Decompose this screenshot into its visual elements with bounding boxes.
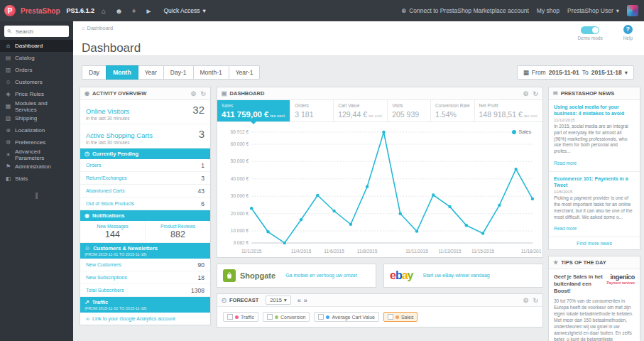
ingenico-name: ingenico bbox=[607, 274, 635, 281]
kpi-net-profit[interactable]: Net Profit 148 918,51 €tax excl. bbox=[475, 100, 543, 121]
year-select[interactable]: 2015 ▾ bbox=[266, 296, 290, 305]
period-day-1-button[interactable]: Day-1 bbox=[163, 65, 194, 80]
date-range-picker[interactable]: ▦ From 2015-11-01 To 2015-11-18 ▾ bbox=[517, 65, 634, 80]
quick-access-menu[interactable]: Quick Access ▾ bbox=[159, 7, 209, 14]
legend-chip-average-cart-value[interactable]: Average Cart Value bbox=[314, 312, 378, 322]
kpi-orders[interactable]: Orders 3 181 bbox=[290, 100, 334, 121]
sidebar-item-label: Preferences bbox=[15, 139, 45, 146]
period-year-1-button[interactable]: Year-1 bbox=[229, 65, 261, 80]
ebay-letter: b bbox=[395, 269, 402, 281]
next-year-button[interactable]: » bbox=[304, 297, 307, 304]
notifications-header: ◉ Notifications bbox=[80, 210, 210, 221]
svg-text:66 912 €: 66 912 € bbox=[231, 129, 249, 134]
legend-chip-sales[interactable]: Sales bbox=[383, 312, 418, 322]
add-button[interactable]: + bbox=[130, 7, 138, 15]
kpi-conversion-rate[interactable]: Conversion Rate 1.54% bbox=[431, 100, 474, 121]
sidebar-item-dashboard[interactable]: ⌂ Dashboard bbox=[0, 40, 73, 52]
user-menu[interactable]: PrestaShop User ▾ bbox=[567, 7, 619, 14]
period-year-button[interactable]: Year bbox=[138, 65, 164, 80]
prestashop-logo-icon: P bbox=[4, 5, 16, 16]
pending-returns-link[interactable]: Return/Exchanges bbox=[86, 175, 127, 180]
search-input[interactable] bbox=[14, 28, 66, 36]
sidebar-item-orders[interactable]: ▥ Orders bbox=[0, 64, 73, 76]
globe-icon: ⊕ bbox=[401, 7, 406, 14]
news-title-link[interactable]: Using social media for your business: 4 … bbox=[554, 104, 635, 117]
pending-row: Orders 1 bbox=[80, 159, 210, 172]
brand-name: PrestaShop bbox=[21, 7, 60, 15]
legend-chip-traffic[interactable]: Traffic bbox=[223, 312, 258, 322]
customers-icon: ☺ bbox=[5, 79, 11, 85]
pending-row: Return/Exchanges 3 bbox=[80, 172, 210, 185]
settings-button[interactable]: ⚙ bbox=[523, 297, 528, 304]
help-button[interactable]: ? bbox=[623, 25, 633, 34]
new-messages-cell[interactable]: New Messages 144 bbox=[80, 221, 145, 242]
prev-year-button[interactable]: « bbox=[298, 297, 301, 304]
read-more-link[interactable]: Read more bbox=[554, 161, 577, 166]
page-header: ⌂ Dashboard Dashboard Demo mode ? Help bbox=[73, 21, 644, 56]
legend-chip-label: Average Cart Value bbox=[332, 315, 374, 320]
new-customers-link[interactable]: New Customers bbox=[86, 262, 121, 267]
news-excerpt: In 2015, social media are an integral pa… bbox=[554, 124, 635, 155]
sales-chart: 66 912 €60 000 €50 000 €40 000 €30 000 €… bbox=[219, 125, 541, 257]
sidebar-item-shipping[interactable]: ▧ Shipping bbox=[0, 112, 73, 124]
news-title-link[interactable]: Ecommerce 101: Payments in a Tweet bbox=[554, 175, 635, 188]
new-subscriptions-link[interactable]: New Subscriptions bbox=[86, 275, 127, 280]
demo-mode-toggle[interactable] bbox=[581, 26, 599, 34]
google-analytics-link[interactable]: ∞ Link to your Google Analytics account bbox=[80, 313, 210, 325]
my-shop-link[interactable]: My shop bbox=[537, 7, 560, 14]
online-visitors-link[interactable]: Online Visitors bbox=[86, 107, 129, 115]
settings-button[interactable]: ⚙ bbox=[523, 90, 528, 97]
store-button[interactable]: ⌂ bbox=[99, 7, 108, 15]
total-subscribers-link[interactable]: Total Subscribers bbox=[86, 288, 124, 293]
topbar-left: P PrestaShop PS1.6.1.2 ⌂ ☻ + ► Quick Acc… bbox=[4, 5, 210, 16]
employee-button[interactable]: ☻ bbox=[113, 7, 125, 15]
sidebar-item-label: Customers bbox=[15, 79, 43, 85]
sidebar-item-administration[interactable]: ⚑ Administration bbox=[0, 161, 73, 173]
period-month-button[interactable]: Month bbox=[106, 65, 138, 80]
sidebar-item-advanced-parameters[interactable]: ∗ Advanced Parameters bbox=[0, 148, 73, 161]
out-of-stock-value: 6 bbox=[201, 200, 204, 207]
period-day-button[interactable]: Day bbox=[82, 65, 107, 80]
sidebar-item-modules[interactable]: ▦ Modules and Services bbox=[0, 100, 73, 112]
envelope-icon: ✉ bbox=[553, 90, 558, 97]
ebay-module-box[interactable]: ebay Start uw eBay-winkel vandaag bbox=[383, 264, 543, 288]
product-reviews-cell[interactable]: Product Reviews 882 bbox=[145, 221, 210, 242]
news-panel-header: ✉ PRESTASHOP NEWS bbox=[549, 87, 640, 100]
avatar[interactable] bbox=[627, 5, 638, 16]
breadcrumb: ⌂ Dashboard bbox=[82, 25, 113, 31]
tips-of-the-day-panel: ★ TIPS OF THE DAY Geef je Sales in het b… bbox=[548, 256, 640, 341]
sidebar-item-stats[interactable]: ◧ Stats bbox=[0, 173, 73, 185]
marketplace-link[interactable]: ⊕ Connect to PrestaShop Marketplace acco… bbox=[401, 7, 529, 14]
refresh-button[interactable]: ↻ bbox=[533, 297, 538, 304]
kpi-sales[interactable]: Sales 411 759,00 €tax excl. bbox=[217, 100, 290, 121]
refresh-button[interactable]: ↻ bbox=[533, 90, 538, 97]
period-month-1-button[interactable]: Month-1 bbox=[193, 65, 229, 80]
kpi-cart-value[interactable]: Cart Value 129,44 €tax excl. bbox=[334, 100, 388, 121]
out-of-stock-link[interactable]: Out of Stock Products bbox=[86, 201, 134, 206]
topbar-right: ⊕ Connect to PrestaShop Marketplace acco… bbox=[401, 5, 638, 16]
sidebar-item-localization[interactable]: ⊕ Localization bbox=[0, 124, 73, 136]
find-more-news-link[interactable]: Find more news bbox=[549, 237, 640, 249]
active-carts-link[interactable]: Active Shopping Carts bbox=[86, 131, 153, 139]
customers-row: New Customers 90 bbox=[80, 259, 210, 271]
panel-tools: ⚙ ↻ bbox=[190, 90, 206, 97]
forecast-panel-header: ◴ FORECAST 2015 ▾ « » ⚙ ↻ bbox=[217, 294, 542, 307]
my-shop-label: My shop bbox=[537, 7, 560, 14]
abandoned-carts-link[interactable]: Abandoned Carts bbox=[86, 188, 124, 193]
collapse-sidebar-button[interactable]: ∥ bbox=[0, 192, 73, 199]
shopgate-module-box[interactable]: Shopgate Ga mobiel en verhoog uw omzet bbox=[217, 264, 376, 288]
settings-button[interactable]: ⚙ bbox=[190, 90, 196, 97]
sidebar-item-price-rules[interactable]: ◈ Price Rules bbox=[0, 88, 73, 100]
read-more-link[interactable]: Read more bbox=[554, 226, 577, 231]
sidebar-item-customers[interactable]: ☺ Customers bbox=[0, 76, 73, 88]
legend-chip-label: Sales bbox=[401, 315, 414, 320]
legend-chip-conversion[interactable]: Conversion bbox=[263, 312, 310, 322]
marketing-button[interactable]: ► bbox=[143, 7, 155, 15]
kpi-visits[interactable]: Visits 205 939 bbox=[388, 100, 431, 121]
sidebar-item-catalog[interactable]: ▤ Catalog bbox=[0, 52, 73, 64]
pending-orders-link[interactable]: Orders bbox=[86, 163, 101, 168]
refresh-icon: ↻ bbox=[533, 297, 538, 304]
refresh-button[interactable]: ↻ bbox=[200, 90, 206, 97]
sidebar-item-preferences[interactable]: ⚙ Preferences bbox=[0, 136, 73, 148]
svg-text:11/8/2015: 11/8/2015 bbox=[357, 249, 378, 254]
